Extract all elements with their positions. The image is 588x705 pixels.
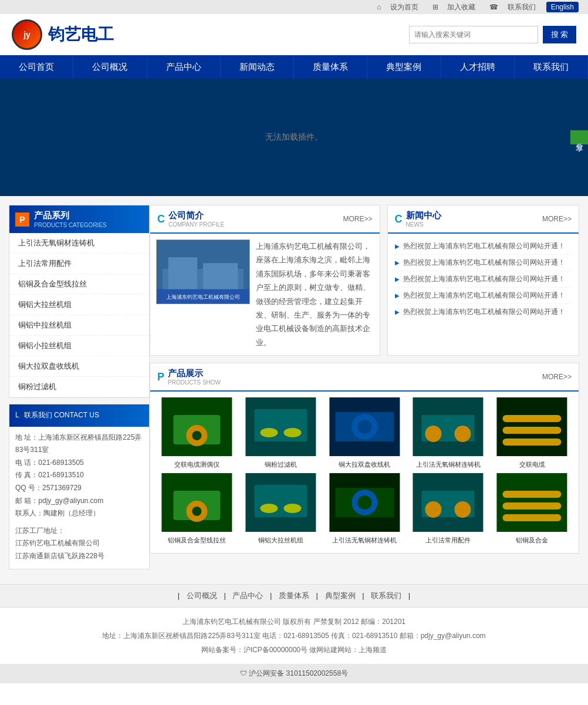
footer-nav-divider: | <box>222 591 228 600</box>
product-item[interactable]: 铝铜及合金型线拉丝 <box>156 473 238 547</box>
search-input[interactable] <box>409 26 538 43</box>
sidebar-products-title: 产品系列 <box>34 210 69 220</box>
products-grid: 交联电缆测偶仪铜粉过滤机铜大拉双盘收线机上引法无氧铜材连铸机交联电缆铝铜及合金型… <box>150 392 579 553</box>
email-label: 邮 箱： <box>15 497 38 505</box>
sidebar-product-item[interactable]: 铜铝小拉丝机组 <box>9 336 149 356</box>
set-home-link[interactable]: ⌂ 设为首页 <box>373 2 422 12</box>
sidebar-product-item[interactable]: 上引法常用配件 <box>9 254 149 274</box>
footer-nav-item[interactable]: 公司概况 <box>187 591 217 600</box>
news-more[interactable]: MORE>> <box>542 215 572 223</box>
company-image: 上海浦东钧艺电工机械有限公司 <box>156 240 250 304</box>
qq-value: 2571369729 <box>42 484 82 492</box>
search-button[interactable]: 搜 索 <box>543 26 576 43</box>
svg-point-29 <box>192 507 201 516</box>
phone-icon: ☎ <box>489 3 498 11</box>
footer-nav-divider: | <box>268 591 274 600</box>
product-item[interactable]: 铝铜及合金 <box>491 473 573 547</box>
logo-text: 钧艺电工 <box>48 23 114 46</box>
news-item[interactable]: 热烈祝贺上海浦东钧艺电工机械有限公司网站开通！ <box>395 304 572 320</box>
product-item[interactable]: 铜大拉双盘收线机 <box>324 397 405 471</box>
footer-nav-divider: | <box>360 591 367 600</box>
nav-item-产品中心[interactable]: 产品中心 <box>147 55 221 79</box>
fax-label: 传 真： <box>15 471 38 479</box>
svg-point-37 <box>357 495 371 510</box>
nav-item-典型案例[interactable]: 典型案例 <box>367 55 441 79</box>
footer-nav-item[interactable]: 产品中心 <box>232 591 263 600</box>
svg-rect-45 <box>503 514 562 521</box>
sidebar-product-item[interactable]: 铝铜及合金型线拉丝 <box>9 274 149 295</box>
contact-email-row: 邮 箱：pdjy_gy@aliyun.com <box>15 495 143 508</box>
sidebar-products-subtitle: PRODUCTS CATEGORIES <box>34 222 107 228</box>
sidebar-product-item[interactable]: 铜铝中拉丝机组 <box>9 315 149 336</box>
fax-value: 021-68913510 <box>38 471 83 479</box>
product-item[interactable]: 上引法常用配件 <box>407 473 489 547</box>
news-item[interactable]: 热烈祝贺上海浦东钧艺电工机械有限公司网站开通！ <box>395 271 572 288</box>
svg-point-41 <box>455 501 471 518</box>
products-show-subtitle: PRODUCTS SHOW <box>168 379 221 386</box>
bookmark-link[interactable]: ⊞ 加入收藏 <box>429 2 479 12</box>
news-item[interactable]: 热烈祝贺上海浦东钧艺电工机械有限公司网站开通！ <box>395 255 572 271</box>
contact-person-label: 联系人： <box>15 509 43 517</box>
sidebar-product-item[interactable]: 铜铝大拉丝机组 <box>9 295 149 315</box>
sidebar-product-item[interactable]: 上引法无氧铜材连铸机 <box>9 233 149 254</box>
products-show-more[interactable]: MORE>> <box>542 373 572 381</box>
company-intro-box: C 公司简介 COMPANY PROFILE MORE>> <box>150 205 380 356</box>
bookmark-icon: ⊞ <box>432 3 438 11</box>
svg-rect-25 <box>503 438 562 446</box>
company-intro-more[interactable]: MORE>> <box>343 215 373 223</box>
plugin-error-text: 无法加载插件。 <box>265 132 323 143</box>
qq-label: QQ 号： <box>15 484 42 492</box>
banner: 无法加载插件。 分享 <box>0 79 588 196</box>
nav-item-联系我们[interactable]: 联系我们 <box>515 55 588 79</box>
beian-icon: 🛡 <box>240 669 247 677</box>
share-button[interactable]: 分享 <box>570 130 588 144</box>
sidebar-contact-header: L 联系我们 CONTACT US <box>9 404 149 427</box>
product-item[interactable]: 上引法无氧铜材连铸机 <box>324 473 405 547</box>
footer-nav-separator: | <box>178 591 180 600</box>
product-name: 铜粉过滤机 <box>240 458 322 471</box>
nav-item-质量体系[interactable]: 质量体系 <box>294 55 367 79</box>
product-item[interactable]: 交联电缆 <box>491 397 573 471</box>
svg-rect-43 <box>503 491 562 498</box>
nav-item-公司首页[interactable]: 公司首页 <box>0 55 73 79</box>
company-intro-subtitle: COMPANY PROFILE <box>168 221 224 228</box>
beian-text: 沪公网安备 31011502002558号 <box>249 669 348 677</box>
news-item[interactable]: 热烈祝贺上海浦东钧艺电工机械有限公司网站开通！ <box>395 288 572 304</box>
sidebar-products-section: P 产品系列 PRODUCTS CATEGORIES 上引法无氧铜材连铸机上引法… <box>9 205 150 398</box>
product-item[interactable]: 上引法无氧铜材连铸机 <box>407 397 489 471</box>
product-name: 上引法无氧铜材连铸机 <box>324 534 405 547</box>
sidebar-product-item[interactable]: 铜大拉双盘收线机 <box>9 356 149 377</box>
company-intro-title: 公司简介 <box>168 210 204 220</box>
product-item[interactable]: 交联电缆测偶仪 <box>156 397 238 471</box>
nav-item-人才招聘[interactable]: 人才招聘 <box>441 55 515 79</box>
product-name: 交联电缆测偶仪 <box>156 458 238 471</box>
sidebar-product-item[interactable]: 铜粉过滤机 <box>9 377 149 397</box>
contact-link[interactable]: ☎ 联系我们 <box>486 2 539 12</box>
news-item[interactable]: 热烈祝贺上海浦东钧艺电工机械有限公司网站开通！ <box>395 238 572 255</box>
logo[interactable]: jy 钧艺电工 <box>12 19 114 50</box>
footer-nav-item[interactable]: 典型案例 <box>325 591 356 600</box>
company-intro-title-group: C 公司简介 COMPANY PROFILE <box>157 210 224 228</box>
product-item[interactable]: 铜铝大拉丝机组 <box>240 473 322 547</box>
svg-point-13 <box>283 428 301 437</box>
news-title: 新闻中心 <box>406 210 441 220</box>
product-name: 上引法常用配件 <box>407 534 489 547</box>
sidebar-products-list: 上引法无氧铜材连铸机上引法常用配件铝铜及合金型线拉丝铜铝大拉丝机组铜铝中拉丝机组… <box>9 233 149 397</box>
company-intro-text: 上海浦东钧艺电工机械有限公司，座落在上海浦东海之滨，毗邻上海浦东国际机场，多年来… <box>256 240 374 349</box>
topbar: ⌂ 设为首页 ⊞ 加入收藏 ☎ 联系我们 English <box>0 0 588 14</box>
product-item[interactable]: 铜粉过滤机 <box>240 397 322 471</box>
company-intro-body: 上海浦东钧艺电工机械有限公司 上海浦东钧艺电工机械有限公司，座落在上海浦东海之滨… <box>150 234 380 355</box>
nav-item-新闻动态[interactable]: 新闻动态 <box>221 55 294 79</box>
svg-rect-31 <box>254 485 307 517</box>
sidebar-products-header: P 产品系列 PRODUCTS CATEGORIES <box>9 205 149 233</box>
english-button[interactable]: English <box>546 2 579 12</box>
news-box: C 新闻中心 NEWS MORE>> 热烈祝贺上海浦东钧艺电工机械有限公司网站开… <box>387 205 579 356</box>
footer-nav-item[interactable]: 质量体系 <box>279 591 309 600</box>
footer-nav-item[interactable]: 联系我们 <box>371 591 401 600</box>
svg-text:上海浦东钧艺电工机械有限公司: 上海浦东钧艺电工机械有限公司 <box>166 294 240 300</box>
sidebar-contact-subtitle: CONTACT US <box>54 411 99 419</box>
footer-address: 地址：上海浦东新区祝桥镇昌阳路225弄83号311室 电话：021-689135… <box>7 629 581 643</box>
svg-point-9 <box>192 431 201 440</box>
product-name: 铝铜及合金型线拉丝 <box>156 534 238 547</box>
nav-item-公司概况[interactable]: 公司概况 <box>73 55 147 79</box>
